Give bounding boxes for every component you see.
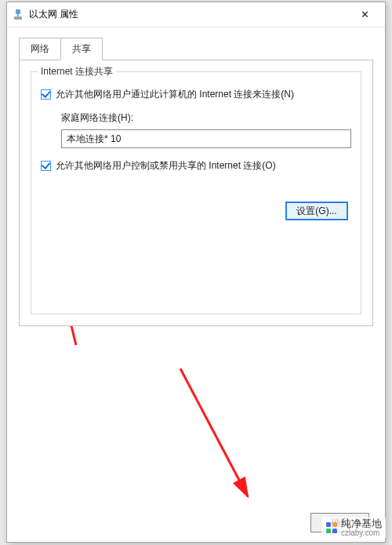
ics-group-title: Internet 连接共享 (38, 65, 116, 78)
allow-other-connect-row[interactable]: 允许其他网络用户通过此计算机的 Internet 连接来连接(N) (41, 88, 351, 100)
allow-control-row[interactable]: 允许其他网络用户控制或禁用共享的 Internet 连接(O) (41, 159, 351, 172)
close-icon: ✕ (361, 9, 369, 20)
tabs: 网络 共享 (19, 37, 373, 60)
svg-rect-2 (14, 16, 22, 20)
network-adapter-icon (12, 9, 24, 21)
svg-rect-10 (332, 529, 337, 533)
settings-button[interactable]: 设置(G)... (285, 202, 348, 220)
home-network-select[interactable]: 本地连接* 10 (61, 129, 351, 148)
svg-rect-8 (332, 522, 337, 527)
content-area: 网络 共享 Internet 连接共享 允许其他网络用户通过此计算机的 Inte… (7, 27, 385, 503)
window-title: 以太网 属性 (29, 8, 78, 21)
watermark-logo-icon (325, 521, 338, 534)
watermark-name: 纯净基地 (341, 518, 382, 529)
settings-button-label: 设置(G)... (296, 205, 336, 218)
allow-control-label: 允许其他网络用户控制或禁用共享的 Internet 连接(O) (56, 159, 276, 172)
tab-sharing[interactable]: 共享 (60, 38, 103, 60)
svg-rect-0 (16, 9, 20, 14)
titlebar: 以太网 属性 ✕ (7, 2, 385, 27)
svg-rect-9 (326, 529, 331, 533)
ics-groupbox: Internet 连接共享 允许其他网络用户通过此计算机的 Internet 连… (31, 71, 361, 314)
svg-rect-7 (326, 522, 331, 527)
watermark-text: 纯净基地 czlaby.com (341, 518, 382, 537)
home-network-label: 家庭网络连接(H): (61, 111, 351, 125)
ethernet-properties-window: 以太网 属性 ✕ 网络 共享 Internet 连接共享 允许其他网络用户通过此… (6, 2, 386, 543)
tab-network[interactable]: 网络 (19, 38, 61, 60)
close-button[interactable]: ✕ (349, 4, 380, 26)
allow-control-checkbox[interactable] (41, 161, 51, 171)
watermark-url: czlaby.com (341, 529, 382, 537)
watermark: 纯净基地 czlaby.com (321, 517, 386, 539)
sharing-panel: Internet 连接共享 允许其他网络用户通过此计算机的 Internet 连… (19, 60, 373, 326)
svg-rect-1 (17, 14, 19, 16)
allow-other-connect-label: 允许其他网络用户通过此计算机的 Internet 连接来连接(N) (56, 88, 294, 100)
allow-other-connect-checkbox[interactable] (41, 89, 51, 100)
tab-sharing-label: 共享 (72, 43, 91, 54)
home-network-value: 本地连接* 10 (67, 133, 121, 144)
home-network-field: 家庭网络连接(H): 本地连接* 10 (61, 111, 351, 148)
settings-button-row: 设置(G)... (41, 202, 351, 220)
tab-network-label: 网络 (31, 43, 49, 54)
